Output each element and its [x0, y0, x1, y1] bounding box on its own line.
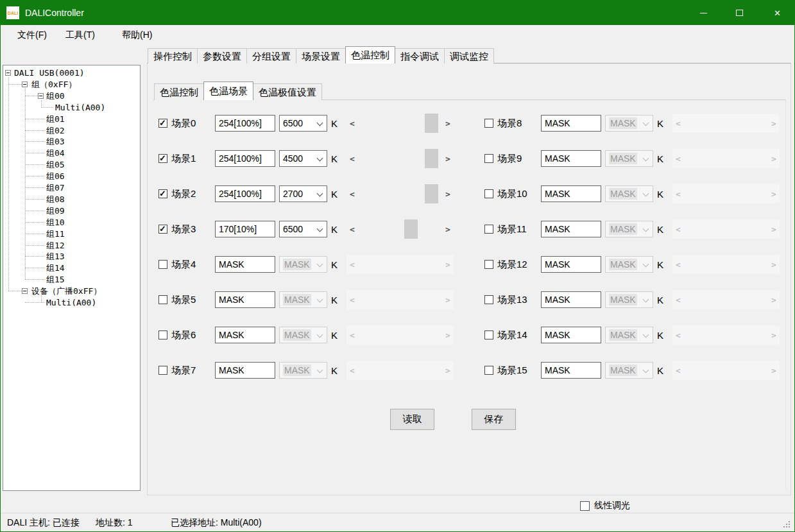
scroll-left-icon[interactable]: <: [672, 366, 684, 375]
scene-checkbox[interactable]: ✓: [158, 225, 167, 234]
scene-cct-combo[interactable]: MASK: [605, 256, 653, 273]
scroll-left-icon[interactable]: <: [672, 119, 684, 128]
scroll-left-icon[interactable]: <: [346, 330, 358, 340]
scene-level-input[interactable]: [541, 327, 601, 343]
cct-scrollbar[interactable]: <>: [346, 361, 454, 380]
scroll-right-icon[interactable]: >: [442, 154, 454, 164]
scroll-left-icon[interactable]: <: [672, 189, 684, 199]
scrollbar-thumb[interactable]: [425, 184, 438, 203]
scene-checkbox[interactable]: ✓: [158, 154, 167, 163]
scene-cct-combo[interactable]: 6500: [279, 115, 327, 132]
scroll-right-icon[interactable]: >: [768, 225, 780, 234]
scroll-right-icon[interactable]: >: [768, 366, 780, 375]
main-tab-1[interactable]: 参数设置: [197, 48, 247, 64]
tree-node[interactable]: 组04: [46, 148, 65, 159]
tree-expand-box[interactable]: [38, 93, 44, 99]
scene-level-input[interactable]: [215, 291, 275, 308]
tree-node[interactable]: 组00: [46, 90, 65, 101]
scroll-right-icon[interactable]: >: [768, 330, 780, 340]
scene-checkbox[interactable]: [158, 260, 167, 269]
menu-item-0[interactable]: 文件(F): [15, 28, 49, 42]
cct-scrollbar[interactable]: <>: [346, 325, 454, 345]
scene-cct-combo[interactable]: MASK: [605, 327, 653, 343]
scene-checkbox[interactable]: [484, 260, 493, 269]
scrollbar-thumb[interactable]: [425, 149, 438, 168]
main-tab-3[interactable]: 场景设置: [296, 48, 346, 64]
scene-level-input[interactable]: [215, 362, 275, 379]
main-tab-0[interactable]: 操作控制: [148, 48, 198, 64]
scene-cct-combo[interactable]: MASK: [605, 221, 653, 237]
scroll-left-icon[interactable]: <: [672, 260, 684, 270]
cct-scrollbar[interactable]: <>: [346, 114, 454, 133]
scene-level-input[interactable]: [541, 221, 601, 237]
scroll-right-icon[interactable]: >: [442, 119, 454, 128]
scene-cct-combo[interactable]: MASK: [605, 115, 653, 132]
main-tab-4[interactable]: 色温控制: [345, 46, 395, 64]
read-button[interactable]: 读取: [390, 409, 434, 430]
scene-checkbox[interactable]: [484, 225, 493, 234]
maximize-button[interactable]: [724, 1, 755, 25]
cct-scrollbar[interactable]: <>: [672, 255, 780, 274]
scroll-right-icon[interactable]: >: [442, 260, 454, 270]
main-tab-5[interactable]: 指令调试: [395, 48, 445, 64]
scene-level-input[interactable]: [215, 221, 275, 237]
scroll-left-icon[interactable]: <: [346, 154, 358, 164]
cct-scrollbar[interactable]: <>: [672, 219, 780, 239]
tree-node[interactable]: 组09: [46, 205, 65, 216]
tree-node[interactable]: 组（0xFF）: [31, 79, 76, 90]
tree-node[interactable]: DALI USB(0001): [14, 67, 85, 78]
scene-checkbox[interactable]: [158, 366, 167, 375]
cct-scrollbar[interactable]: <>: [672, 361, 780, 380]
scroll-right-icon[interactable]: >: [768, 260, 780, 270]
scrollbar-thumb[interactable]: [425, 114, 438, 133]
cct-scrollbar[interactable]: <>: [346, 255, 454, 274]
scene-cct-combo[interactable]: MASK: [605, 185, 653, 202]
scene-cct-combo[interactable]: MASK: [605, 291, 653, 308]
tree-node[interactable]: 组07: [46, 182, 65, 193]
main-tab-2[interactable]: 分组设置: [246, 48, 296, 64]
cct-scrollbar[interactable]: <>: [672, 114, 780, 133]
sub-tab-1[interactable]: 色温场景: [203, 82, 253, 100]
tree-expand-box[interactable]: [22, 82, 28, 87]
scroll-left-icon[interactable]: <: [346, 366, 358, 375]
tree-node[interactable]: 组03: [46, 136, 65, 147]
tree-expand-box[interactable]: [5, 70, 11, 76]
tree-node[interactable]: 组01: [46, 114, 65, 124]
scroll-left-icon[interactable]: <: [672, 225, 684, 234]
resize-grip-icon[interactable]: [789, 526, 790, 528]
scroll-left-icon[interactable]: <: [672, 295, 684, 305]
tree-node[interactable]: 组11: [46, 228, 65, 239]
tree-node[interactable]: 组12: [46, 240, 65, 251]
scene-checkbox[interactable]: [158, 330, 167, 339]
scroll-left-icon[interactable]: <: [346, 119, 358, 128]
scroll-left-icon[interactable]: <: [346, 189, 358, 199]
main-tab-6[interactable]: 调试监控: [444, 48, 494, 64]
scene-cct-combo[interactable]: 6500: [279, 221, 327, 237]
menu-item-1[interactable]: 工具(T): [63, 28, 98, 42]
scroll-right-icon[interactable]: >: [442, 189, 454, 199]
scroll-right-icon[interactable]: >: [768, 154, 780, 164]
scene-cct-combo[interactable]: 4500: [279, 150, 327, 167]
scene-checkbox[interactable]: ✓: [158, 189, 167, 198]
tree-node[interactable]: 组14: [46, 262, 65, 273]
scene-level-input[interactable]: [215, 185, 275, 202]
scene-cct-combo[interactable]: MASK: [279, 362, 327, 379]
scroll-left-icon[interactable]: <: [672, 330, 684, 340]
scene-cct-combo[interactable]: MASK: [279, 327, 327, 343]
scroll-right-icon[interactable]: >: [768, 295, 780, 305]
cct-scrollbar[interactable]: <>: [346, 149, 454, 168]
scene-level-input[interactable]: [215, 150, 275, 167]
scene-level-input[interactable]: [215, 115, 275, 132]
scroll-right-icon[interactable]: >: [442, 225, 454, 234]
cct-scrollbar[interactable]: <>: [672, 149, 780, 168]
menu-item-2[interactable]: 帮助(H): [119, 28, 155, 42]
scene-checkbox[interactable]: [484, 366, 493, 375]
scene-cct-combo[interactable]: MASK: [279, 291, 327, 308]
scene-checkbox[interactable]: [484, 119, 493, 128]
scroll-right-icon[interactable]: >: [768, 119, 780, 128]
scroll-right-icon[interactable]: >: [442, 330, 454, 340]
scene-level-input[interactable]: [541, 362, 601, 379]
scene-level-input[interactable]: [541, 291, 601, 308]
sub-tab-2[interactable]: 色温极值设置: [253, 83, 322, 100]
scene-level-input[interactable]: [541, 256, 601, 273]
